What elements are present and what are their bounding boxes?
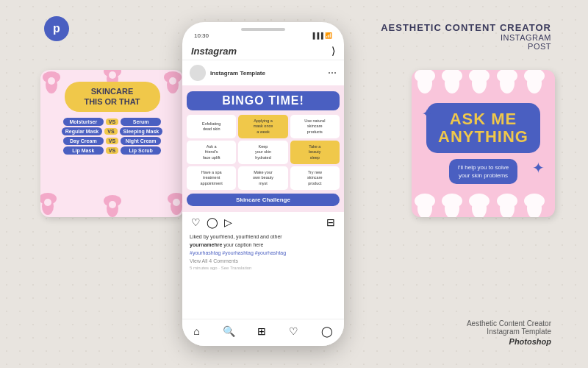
- svg-point-8: [44, 199, 51, 206]
- add-nav-icon[interactable]: ⊞: [257, 325, 266, 337]
- phone-notch: [241, 28, 285, 31]
- phone-post-header: Instagram Template ⋯: [182, 60, 344, 85]
- svg-point-11: [173, 199, 180, 206]
- bingo-post: BINGO TIME! Exfoliatingdead skin Applyin…: [182, 85, 344, 212]
- bookmark-icon[interactable]: ⊟: [326, 216, 335, 228]
- caption-username: yournamehre: [190, 242, 222, 247]
- instagram-logo: Instagram: [191, 46, 237, 57]
- left-card: SKINCARE THIS OR THAT Moisturiser VS Ser…: [40, 70, 184, 217]
- phone-signal: ▐▐▐ 📶: [311, 32, 332, 39]
- ask-title-box: ASK ME ANYTHING: [426, 103, 540, 153]
- post-avatar: [190, 65, 206, 81]
- bingo-cell-2: Applying amask oncea week: [238, 115, 287, 138]
- svg-point-14: [109, 201, 116, 208]
- heart-icon[interactable]: ♡: [191, 216, 201, 228]
- vs-badge-3: VS: [106, 138, 118, 144]
- vs-item-right-1: Serum: [121, 118, 161, 126]
- header-line3: POST: [381, 42, 551, 51]
- skincare-title-line2: THIS OR THAT: [74, 96, 151, 107]
- phone-instagram-header: Instagram ⟩: [182, 42, 344, 60]
- bingo-cell-8: Make yourown beautymyst: [238, 166, 287, 190]
- phone-liked-by: Liked by yourfriend, yourfriend and othe…: [182, 233, 344, 241]
- ask-title-line1: ASK ME: [438, 110, 528, 128]
- post-username: Instagram Template: [210, 70, 265, 77]
- vs-item-left-3: Day Cream: [63, 137, 104, 145]
- vs-item-right-3: Night Cream: [121, 137, 161, 145]
- phone-actions: ♡ ◯ ▷ ⊟: [182, 212, 344, 233]
- bingo-cell-6: Take abeautysleep: [290, 141, 340, 164]
- phone-status-bar: 10:30 ▐▐▐ 📶: [182, 22, 344, 42]
- page-container: p AESTHETIC CONTENT CREATOR INSTAGRAM PO…: [0, 0, 588, 368]
- bingo-challenge-btn[interactable]: Skincare Challenge: [187, 194, 340, 206]
- hashtags-text: #yourhashtag #yourhashtag #yourhashtag: [190, 250, 286, 255]
- comment-icon[interactable]: ◯: [207, 216, 218, 228]
- caption-text: your caption here: [223, 242, 263, 247]
- home-nav-icon[interactable]: ⌂: [193, 325, 199, 337]
- logo-circle: p: [44, 16, 69, 41]
- vs-item-left-1: Moisturiser: [63, 118, 104, 126]
- left-card-content: SKINCARE THIS OR THAT Moisturiser VS Ser…: [40, 70, 184, 162]
- credit-line1: Aesthetic Content Creator: [467, 319, 551, 328]
- phone-bottom-nav: ⌂ 🔍 ⊞ ♡ ◯: [182, 319, 344, 346]
- bottom-credit: Aesthetic Content Creator Instagram Temp…: [467, 319, 551, 346]
- vs-badge-2: VS: [104, 128, 117, 135]
- bingo-grid: Exfoliatingdead skin Applying amask once…: [187, 115, 340, 190]
- vs-row-4: Lip Mask VS Lip Scrub: [46, 146, 178, 155]
- vs-item-left-2: Regular Mask: [62, 127, 103, 135]
- skincare-title-box: SKINCARE THIS OR THAT: [65, 82, 160, 112]
- vs-badge-1: VS: [106, 118, 118, 125]
- vs-row-2: Regular Mask VS Sleeping Mask: [46, 127, 178, 135]
- send-icon[interactable]: ⟩: [331, 45, 335, 57]
- credit-line3: Photoshop: [467, 337, 551, 346]
- vs-row-1: Moisturiser VS Serum: [46, 118, 178, 126]
- header-line2: INSTAGRAM: [381, 33, 551, 42]
- phone-comments-link[interactable]: View All 4 Comments: [182, 257, 344, 265]
- action-icons-left: ♡ ◯ ▷: [191, 216, 232, 228]
- vs-item-right-4: Lip Scrub: [121, 146, 161, 155]
- bingo-cell-9: Try newskincareproduct: [290, 166, 340, 190]
- help-text-line1: I'll help you to solve: [458, 163, 509, 171]
- skincare-title-line1: SKINCARE: [74, 86, 151, 96]
- ask-title-line2: ANYTHING: [438, 128, 528, 146]
- vs-item-right-2: Sleeping Mask: [120, 127, 163, 135]
- bingo-cell-4: Ask afriend'sface uplift: [187, 141, 236, 164]
- phone-hashtags: #yourhashtag #yourhashtag #yourhashtag: [182, 249, 344, 257]
- bingo-title: BINGO TIME!: [187, 91, 340, 110]
- vs-row-3: Day Cream VS Night Cream: [46, 137, 178, 145]
- bingo-cell-3: Use naturalskincareproducts: [290, 115, 340, 138]
- vs-item-left-4: Lip Mask: [63, 146, 104, 155]
- liked-by-text: Liked by yourfriend, yourfriend and othe…: [190, 234, 282, 239]
- logo-symbol: p: [53, 22, 60, 35]
- right-card-content: ASK ME ANYTHING I'll help you to solve y…: [412, 70, 555, 217]
- search-nav-icon[interactable]: 🔍: [223, 325, 235, 337]
- top-right-title: AESTHETIC CONTENT CREATOR INSTAGRAM POST: [381, 22, 551, 51]
- header-main-title: AESTHETIC CONTENT CREATOR: [381, 22, 551, 33]
- credit-line2: Instagram Template: [467, 328, 551, 336]
- phone-mockup: 10:30 ▐▐▐ 📶 Instagram ⟩ Instagram Templa…: [182, 22, 344, 346]
- more-options-icon[interactable]: ⋯: [328, 68, 337, 78]
- share-icon[interactable]: ▷: [224, 216, 232, 228]
- phone-time-ago: 5 minutes ago · See Translation: [182, 265, 344, 271]
- heart-nav-icon[interactable]: ♡: [289, 325, 298, 337]
- bingo-cell-5: Keepyour skinhydrated: [238, 141, 287, 164]
- bingo-cell-7: Have a spatreatmentappointment: [187, 166, 236, 190]
- right-card: ✦ ✦ ASK ME ANYTHING I'll help you to sol…: [412, 70, 555, 217]
- phone-caption: yournamehre your caption here: [182, 241, 344, 249]
- profile-nav-icon[interactable]: ◯: [321, 325, 333, 337]
- phone-time: 10:30: [194, 32, 209, 39]
- vs-badge-4: VS: [106, 147, 118, 154]
- help-text-line2: your skin problems: [458, 171, 509, 180]
- bingo-cell-1: Exfoliatingdead skin: [187, 115, 236, 138]
- help-text-box: I'll help you to solve your skin problem…: [449, 159, 518, 184]
